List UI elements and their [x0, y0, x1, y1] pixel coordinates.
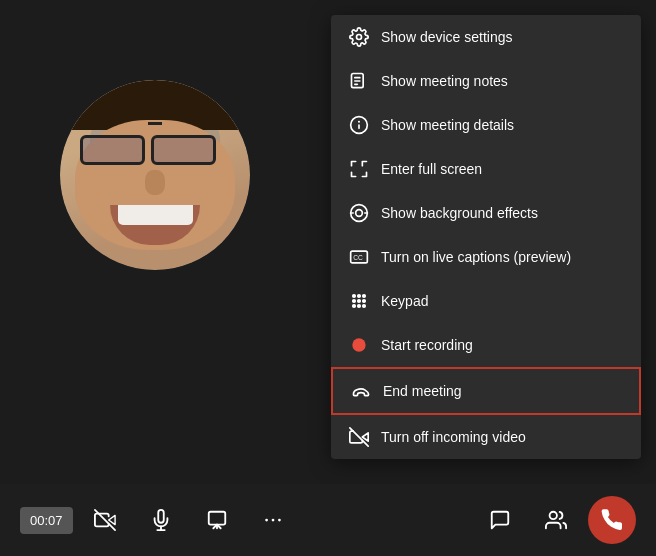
menu-item-turn-off-incoming-video[interactable]: Turn off incoming video: [331, 415, 641, 459]
mic-button[interactable]: [137, 496, 185, 544]
effects-icon: [349, 203, 369, 223]
fullscreen-icon: [349, 159, 369, 179]
share-button[interactable]: [193, 496, 241, 544]
face: [60, 80, 250, 270]
svg-point-31: [550, 512, 557, 519]
svg-point-28: [265, 519, 268, 522]
context-menu: Show device settings Show meeting notes: [331, 15, 641, 459]
menu-item-show-meeting-notes[interactable]: Show meeting notes: [331, 59, 641, 103]
menu-item-show-meeting-details[interactable]: Show meeting details: [331, 103, 641, 147]
video-area: Show device settings Show meeting notes: [0, 0, 656, 556]
hangup-button[interactable]: [588, 496, 636, 544]
toolbar: 00:07: [0, 484, 656, 556]
participants-button[interactable]: [532, 496, 580, 544]
menu-item-start-recording[interactable]: Start recording: [331, 323, 641, 367]
svg-point-30: [278, 519, 281, 522]
glasses: [80, 135, 216, 165]
svg-point-16: [358, 300, 361, 303]
more-options-button[interactable]: [249, 496, 297, 544]
svg-point-12: [353, 295, 356, 298]
info-icon: [349, 115, 369, 135]
svg-point-18: [353, 305, 356, 308]
menu-label-enter-full-screen: Enter full screen: [381, 161, 482, 177]
call-timer: 00:07: [20, 507, 73, 534]
video-toggle-button[interactable]: [81, 496, 129, 544]
menu-label-show-meeting-details: Show meeting details: [381, 117, 514, 133]
menu-label-show-meeting-notes: Show meeting notes: [381, 73, 508, 89]
gear-icon: [349, 27, 369, 47]
menu-item-show-background-effects[interactable]: Show background effects: [331, 191, 641, 235]
menu-label-keypad: Keypad: [381, 293, 428, 309]
keypad-icon: [349, 291, 369, 311]
record-icon: [349, 335, 369, 355]
notes-icon: [349, 71, 369, 91]
svg-point-20: [363, 305, 366, 308]
menu-label-show-device-settings: Show device settings: [381, 29, 513, 45]
svg-point-15: [353, 300, 356, 303]
menu-label-show-background-effects: Show background effects: [381, 205, 538, 221]
svg-point-14: [363, 295, 366, 298]
menu-item-end-meeting[interactable]: End meeting: [331, 367, 641, 415]
menu-item-keypad[interactable]: Keypad: [331, 279, 641, 323]
end-meeting-icon: [351, 381, 371, 401]
svg-text:CC: CC: [353, 254, 363, 261]
menu-item-enter-full-screen[interactable]: Enter full screen: [331, 147, 641, 191]
svg-point-13: [358, 295, 361, 298]
participant-avatar: [60, 80, 250, 270]
svg-point-19: [358, 305, 361, 308]
menu-item-show-device-settings[interactable]: Show device settings: [331, 15, 641, 59]
svg-point-21: [352, 338, 365, 351]
menu-label-turn-on-live-captions: Turn on live captions (preview): [381, 249, 571, 265]
menu-label-start-recording: Start recording: [381, 337, 473, 353]
video-incoming-off-icon: [349, 427, 369, 447]
menu-label-end-meeting: End meeting: [383, 383, 462, 399]
chat-button[interactable]: [476, 496, 524, 544]
svg-point-0: [357, 35, 362, 40]
captions-icon: CC: [349, 247, 369, 267]
menu-item-turn-on-live-captions[interactable]: CC Turn on live captions (preview): [331, 235, 641, 279]
svg-point-29: [271, 519, 274, 522]
menu-label-turn-off-incoming-video: Turn off incoming video: [381, 429, 526, 445]
svg-rect-26: [208, 512, 225, 525]
svg-point-17: [363, 300, 366, 303]
